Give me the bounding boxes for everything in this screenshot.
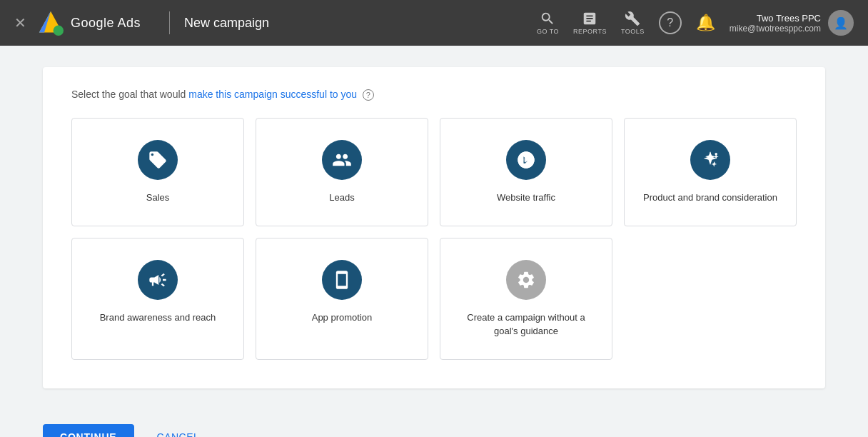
goal-card-brand-awareness[interactable]: Brand awareness and reach — [71, 238, 244, 359]
app-name: Google Ads — [71, 16, 141, 31]
goto-label: GO TO — [537, 28, 559, 35]
app-header: ✕ Google Ads New campaign GO TO REPORTS … — [0, 0, 868, 46]
no-goal-icon-circle — [506, 260, 546, 300]
tools-button[interactable]: TOOLS — [621, 11, 645, 35]
goal-grid-empty-cell — [624, 238, 797, 359]
help-button[interactable]: ? — [659, 11, 682, 34]
google-ads-logo-icon — [38, 10, 64, 36]
product-brand-icon-circle — [690, 140, 730, 180]
website-traffic-icon-circle — [506, 140, 546, 180]
gear-icon — [516, 270, 536, 290]
user-email: mike@twotreesppc.com — [730, 24, 821, 34]
goal-card-no-goal[interactable]: Create a campaign without a goal's guida… — [440, 238, 612, 359]
no-goal-label: Create a campaign without a goal's guida… — [455, 311, 597, 337]
goal-prompt-help-icon[interactable]: ? — [363, 89, 374, 101]
goal-grid-row1: Sales Leads Website tr — [71, 118, 797, 226]
continue-button[interactable]: CONTINUE — [43, 424, 134, 437]
brand-awareness-icon-circle — [138, 260, 178, 300]
header-divider — [169, 11, 170, 34]
close-icon[interactable]: ✕ — [14, 14, 26, 31]
leads-icon-circle — [322, 140, 362, 180]
goal-card-product-brand[interactable]: Product and brand consideration — [624, 118, 797, 226]
main-content: Select the goal that would make this cam… — [0, 46, 868, 410]
avatar: 👤 — [828, 10, 854, 36]
page-title: New campaign — [184, 16, 269, 31]
goal-prompt-highlight: make this campaign successful to you — [188, 89, 357, 100]
notifications-button[interactable]: 🔔 — [696, 14, 715, 32]
user-info: Two Trees PPC mike@twotreesppc.com — [730, 13, 821, 34]
goal-card-sales[interactable]: Sales — [71, 118, 244, 226]
brand-awareness-label: Brand awareness and reach — [100, 311, 216, 324]
campaign-goal-card: Select the goal that would make this cam… — [43, 67, 825, 388]
website-traffic-label: Website traffic — [497, 191, 555, 204]
cursor-icon — [516, 150, 536, 170]
tools-label: TOOLS — [621, 28, 645, 35]
goto-button[interactable]: GO TO — [537, 11, 559, 35]
user-menu[interactable]: Two Trees PPC mike@twotreesppc.com 👤 — [730, 10, 854, 36]
reports-label: REPORTS — [573, 28, 607, 35]
bottom-bar: CONTINUE CANCEL — [0, 410, 868, 437]
logo: Google Ads — [38, 10, 141, 36]
header-nav-icons: GO TO REPORTS TOOLS ? 🔔 Two Trees PPC mi… — [537, 10, 854, 36]
people-icon — [332, 150, 352, 170]
search-icon — [540, 11, 555, 26]
tools-icon — [625, 11, 640, 26]
goal-grid-row2: Brand awareness and reach App promotion … — [71, 238, 797, 359]
app-promotion-icon-circle — [322, 260, 362, 300]
leads-label: Leads — [329, 191, 354, 204]
tag-icon — [148, 150, 168, 170]
reports-button[interactable]: REPORTS — [573, 11, 607, 35]
svg-point-2 — [54, 26, 64, 36]
goal-card-leads[interactable]: Leads — [256, 118, 428, 226]
product-brand-label: Product and brand consideration — [643, 191, 777, 204]
user-name: Two Trees PPC — [757, 13, 821, 24]
goal-card-website-traffic[interactable]: Website traffic — [440, 118, 612, 226]
megaphone-icon — [148, 270, 168, 290]
smartphone-icon — [332, 270, 352, 290]
reports-icon — [582, 11, 597, 26]
app-promotion-label: App promotion — [312, 311, 373, 324]
goal-prompt: Select the goal that would make this cam… — [71, 89, 797, 101]
goal-card-app-promotion[interactable]: App promotion — [256, 238, 428, 359]
sales-label: Sales — [146, 191, 170, 204]
sparkle-icon — [700, 150, 720, 170]
sales-icon-circle — [138, 140, 178, 180]
cancel-button[interactable]: CANCEL — [146, 424, 211, 437]
